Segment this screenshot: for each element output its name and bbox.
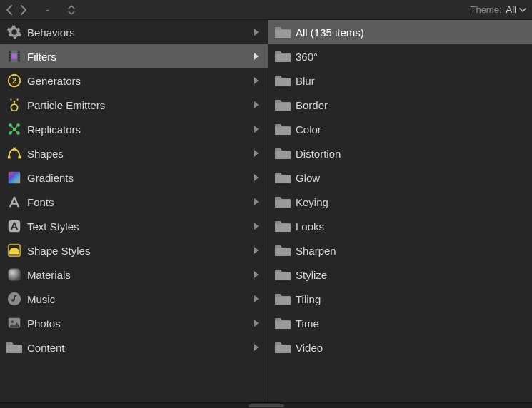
category-item-gradients[interactable]: Gradients <box>0 165 268 190</box>
folder-icon <box>273 192 293 212</box>
category-item-particle-emitters[interactable]: Particle Emitters <box>0 93 268 117</box>
category-item-replicators[interactable]: Replicators <box>0 117 268 141</box>
gear-icon <box>4 22 24 42</box>
theme-value: All <box>506 4 516 15</box>
chevron-right-icon <box>254 28 259 36</box>
category-item-text-styles[interactable]: Text Styles <box>0 214 268 238</box>
category-item-materials[interactable]: Materials <box>0 262 268 287</box>
subcategory-item-stylize[interactable]: Stylize <box>268 262 532 287</box>
subcategory-item-label: Sharpen <box>296 245 526 257</box>
folder-icon <box>273 168 293 188</box>
subcategory-item-label: Distortion <box>296 148 526 160</box>
category-item-label: Shape Styles <box>27 245 254 257</box>
path-stepper[interactable] <box>68 4 75 16</box>
back-button[interactable] <box>6 5 13 15</box>
chevron-right-icon <box>254 295 259 303</box>
svg-rect-8 <box>19 54 20 56</box>
folder-icon <box>273 265 293 285</box>
subcategory-item-all[interactable]: All (135 items) <box>268 20 532 44</box>
category-item-filters[interactable]: Filters <box>0 44 268 68</box>
category-item-music[interactable]: Music <box>0 287 268 311</box>
folder-icon <box>273 313 293 333</box>
chevron-right-icon <box>254 125 259 133</box>
category-item-content[interactable]: Content <box>0 335 268 359</box>
subcategory-item-color[interactable]: Color <box>268 117 532 141</box>
folder-icon <box>273 95 293 115</box>
chevron-right-icon <box>254 76 259 85</box>
svg-rect-9 <box>19 57 20 58</box>
category-item-shape-styles[interactable]: Shape Styles <box>0 238 268 262</box>
svg-rect-29 <box>9 172 21 184</box>
svg-rect-6 <box>9 60 11 61</box>
theme-dropdown[interactable]: All <box>506 4 526 15</box>
svg-rect-32 <box>9 269 21 281</box>
subcategory-item-360[interactable]: 360° <box>268 44 532 68</box>
subcategory-column: All (135 items)360°BlurBorderColorDistor… <box>268 20 532 402</box>
chevron-right-icon <box>254 52 259 61</box>
subcategory-item-label: 360° <box>296 51 526 63</box>
font-icon <box>4 192 24 212</box>
subcategory-item-label: Tiling <box>296 293 526 305</box>
subcategory-item-distortion[interactable]: Distortion <box>268 141 532 165</box>
footer <box>0 402 532 408</box>
material-icon <box>4 265 24 285</box>
subcategory-item-label: Time <box>296 317 526 330</box>
textstyle-icon <box>4 216 24 236</box>
subcategory-item-label: Glow <box>296 172 526 184</box>
folder-icon <box>4 337 24 357</box>
subcategory-item-border[interactable]: Border <box>268 93 532 117</box>
folder-icon <box>273 71 293 91</box>
category-item-behaviors[interactable]: Behaviors <box>0 20 268 44</box>
chevron-right-icon <box>254 270 259 279</box>
svg-rect-7 <box>19 52 20 53</box>
chevron-down-icon <box>519 7 526 13</box>
replicator-icon <box>4 119 24 139</box>
main: BehaviorsFilters2GeneratorsParticle Emit… <box>0 20 532 402</box>
subcategory-item-tiling[interactable]: Tiling <box>268 287 532 311</box>
category-item-label: Materials <box>27 269 254 281</box>
subcategory-item-keying[interactable]: Keying <box>268 190 532 214</box>
subcategory-item-video[interactable]: Video <box>268 335 532 359</box>
svg-point-35 <box>11 320 14 323</box>
path-separator: - <box>46 4 49 16</box>
svg-rect-3 <box>9 52 11 53</box>
category-item-generators[interactable]: 2Generators <box>0 68 268 93</box>
nav-arrows <box>6 5 27 15</box>
category-item-fonts[interactable]: Fonts <box>0 190 268 214</box>
category-item-label: Generators <box>27 75 254 87</box>
chevron-right-icon <box>254 198 259 206</box>
subcategory-item-label: Stylize <box>296 269 526 281</box>
category-item-label: Photos <box>27 317 254 330</box>
folder-icon <box>273 337 293 357</box>
svg-rect-11 <box>11 53 16 58</box>
subcategory-item-glow[interactable]: Glow <box>268 165 532 190</box>
category-item-label: Gradients <box>27 172 254 184</box>
subcategory-item-label: Video <box>296 342 526 354</box>
resize-handle[interactable] <box>249 404 284 407</box>
svg-text:2: 2 <box>12 77 16 85</box>
category-item-shapes[interactable]: Shapes <box>0 141 268 165</box>
subcategory-item-label: Color <box>296 123 526 136</box>
subcategory-item-label: Border <box>296 99 526 111</box>
toolbar: - Theme: All <box>0 0 532 20</box>
category-item-photos[interactable]: Photos <box>0 311 268 335</box>
chevron-right-icon <box>254 173 259 182</box>
photo-icon <box>4 313 24 333</box>
chevron-right-icon <box>254 319 259 327</box>
svg-rect-10 <box>19 60 20 61</box>
svg-rect-4 <box>9 54 11 56</box>
chevron-right-icon <box>254 343 259 352</box>
subcategory-item-looks[interactable]: Looks <box>268 214 532 238</box>
subcategory-item-label: All (135 items) <box>296 26 526 39</box>
forward-button[interactable] <box>20 5 27 15</box>
svg-point-14 <box>11 104 17 111</box>
subcategory-item-sharpen[interactable]: Sharpen <box>268 238 532 262</box>
category-item-label: Fonts <box>27 196 254 208</box>
subcategory-item-blur[interactable]: Blur <box>268 68 532 93</box>
subcategory-item-time[interactable]: Time <box>268 311 532 335</box>
category-column: BehaviorsFilters2GeneratorsParticle Emit… <box>0 20 268 402</box>
svg-point-17 <box>16 99 18 101</box>
folder-icon <box>273 22 293 42</box>
svg-point-16 <box>10 99 11 101</box>
generator-icon: 2 <box>4 71 24 91</box>
